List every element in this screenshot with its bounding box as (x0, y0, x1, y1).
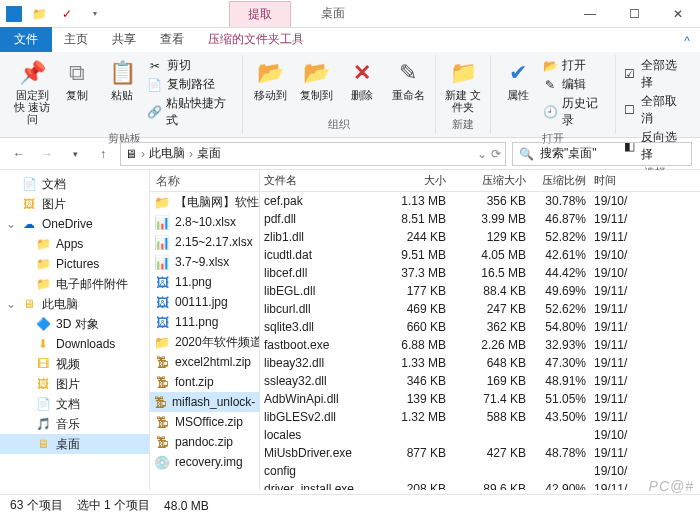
archive-row[interactable]: config19/10/ (260, 462, 700, 480)
nav-item[interactable]: 📄文档 (0, 394, 149, 414)
nav-item[interactable]: 📁Pictures (0, 254, 149, 274)
nav-item[interactable]: ⌄☁OneDrive (0, 214, 149, 234)
search-icon: 🔍 (519, 147, 534, 161)
archive-row[interactable]: libGLESv2.dll1.32 MB588 KB43.50%19/11/ (260, 408, 700, 426)
nav-item[interactable]: 🖼图片 (0, 374, 149, 394)
file-item[interactable]: 🗜MSOffice.zip (150, 412, 259, 432)
file-item[interactable]: 🗜miflash_unlock- (150, 392, 259, 412)
file-item[interactable]: 📁【电脑网】软性 (150, 192, 259, 212)
paste-shortcut-button[interactable]: 🔗粘贴快捷方式 (147, 95, 237, 129)
file-item[interactable]: 📊2.8~10.xlsx (150, 212, 259, 232)
nav-tree[interactable]: 📄文档🖼图片⌄☁OneDrive📁Apps📁Pictures📁电子邮件附件⌄🖥此… (0, 170, 150, 490)
archive-row[interactable]: MiUsbDriver.exe877 KB427 KB48.78%19/11/ (260, 444, 700, 462)
archive-row[interactable]: libcef.dll37.3 MB16.5 MB44.42%19/10/ (260, 264, 700, 282)
archive-row[interactable]: libcurl.dll469 KB247 KB52.62%19/11/ (260, 300, 700, 318)
archive-row[interactable]: ssleay32.dll346 KB169 KB48.91%19/11/ (260, 372, 700, 390)
cut-button[interactable]: ✂剪切 (147, 57, 237, 74)
nav-item[interactable]: 🎞视频 (0, 354, 149, 374)
ribbon-expand-icon[interactable]: ^ (674, 30, 700, 52)
qat-dropdown-icon[interactable]: ▾ (84, 3, 106, 25)
archive-row[interactable]: libeay32.dll1.33 MB648 KB47.30%19/11/ (260, 354, 700, 372)
file-menu[interactable]: 文件 (0, 27, 52, 52)
qat-check-icon[interactable]: ✓ (56, 3, 78, 25)
edit-button[interactable]: ✎编辑 (542, 76, 608, 93)
archive-row[interactable]: libEGL.dll177 KB88.4 KB49.69%19/11/ (260, 282, 700, 300)
column-header-name[interactable]: 名称 (150, 170, 259, 192)
newfolder-button[interactable]: 📁新建 文件夹 (442, 55, 484, 113)
delete-button[interactable]: ✕删除 (341, 55, 383, 101)
archive-row[interactable]: sqlite3.dll660 KB362 KB54.80%19/11/ (260, 318, 700, 336)
arch-col-csize[interactable]: 压缩大小 (450, 170, 530, 191)
file-list[interactable]: 📁【电脑网】软性📊2.8~10.xlsx📊2.15~2.17.xlsx📊3.7~… (150, 192, 259, 472)
archive-row[interactable]: zlib1.dll244 KB129 KB52.82%19/11/ (260, 228, 700, 246)
arch-col-name[interactable]: 文件名 (260, 170, 380, 191)
file-item[interactable]: 📊3.7~9.xlsx (150, 252, 259, 272)
breadcrumb-pc[interactable]: 此电脑 (149, 145, 185, 162)
archive-row[interactable]: AdbWinApi.dll139 KB71.4 KB51.05%19/11/ (260, 390, 700, 408)
nav-item[interactable]: 📄文档 (0, 174, 149, 194)
address-bar[interactable]: 🖥› 此电脑› 桌面 ⌄ ⟳ (120, 142, 506, 166)
status-selection: 选中 1 个项目 (77, 497, 150, 514)
selectnone-button[interactable]: ☐全部取消 (622, 93, 688, 127)
file-item[interactable]: 📁2020年软件频道 (150, 332, 259, 352)
arch-col-time[interactable]: 时间 (590, 170, 630, 191)
copy-button[interactable]: ⧉复制 (57, 55, 98, 101)
tab-home[interactable]: 主页 (52, 27, 100, 52)
archive-row[interactable]: locales19/10/ (260, 426, 700, 444)
history-button[interactable]: 🕘历史记录 (542, 95, 608, 129)
breadcrumb-desktop[interactable]: 桌面 (197, 145, 221, 162)
recent-dropdown[interactable]: ▾ (64, 143, 86, 165)
arch-col-ratio[interactable]: 压缩比例 (530, 170, 590, 191)
back-button[interactable]: ← (8, 143, 30, 165)
moveto-button[interactable]: 📂移动到 (249, 55, 291, 101)
open-button[interactable]: 📂打开 (542, 57, 608, 74)
selectall-button[interactable]: ☑全部选择 (622, 57, 688, 91)
file-item[interactable]: 🖼11.png (150, 272, 259, 292)
file-item[interactable]: 🗜font.zip (150, 372, 259, 392)
tab-share[interactable]: 共享 (100, 27, 148, 52)
nav-item[interactable]: ⬇Downloads (0, 334, 149, 354)
nav-item[interactable]: 📁电子邮件附件 (0, 274, 149, 294)
properties-button[interactable]: ✔属性 (497, 55, 538, 101)
paste-button[interactable]: 📋粘贴 (102, 55, 143, 101)
file-item[interactable]: 🖼111.png (150, 312, 259, 332)
refresh-icon[interactable]: ⟳ (491, 147, 501, 161)
archive-row[interactable]: cef.pak1.13 MB356 KB30.78%19/10/ (260, 192, 700, 210)
tab-archive-tools[interactable]: 压缩的文件夹工具 (196, 27, 316, 52)
status-bar: 63 个项目 选中 1 个项目 48.0 MB (0, 494, 700, 516)
nav-item[interactable]: 🎵音乐 (0, 414, 149, 434)
arch-col-size[interactable]: 大小 (380, 170, 450, 191)
nav-item[interactable]: 🔷3D 对象 (0, 314, 149, 334)
search-placeholder: 搜索"桌面" (540, 145, 597, 162)
copyto-button[interactable]: 📂复制到 (295, 55, 337, 101)
contextual-tab-extract[interactable]: 提取 (229, 1, 291, 27)
file-item[interactable]: 💿recovery.img (150, 452, 259, 472)
rename-button[interactable]: ✎重命名 (387, 55, 429, 101)
maximize-button[interactable]: ☐ (612, 0, 656, 28)
close-button[interactable]: ✕ (656, 0, 700, 28)
copypath-button[interactable]: 📄复制路径 (147, 76, 237, 93)
nav-item[interactable]: 📁Apps (0, 234, 149, 254)
search-input[interactable]: 🔍 搜索"桌面" (512, 142, 692, 166)
forward-button[interactable]: → (36, 143, 58, 165)
archive-row[interactable]: fastboot.exe6.88 MB2.26 MB32.93%19/11/ (260, 336, 700, 354)
file-item[interactable]: 🖼00111.jpg (150, 292, 259, 312)
archive-row[interactable]: driver_install.exe208 KB89.6 KB42.90%19/… (260, 480, 700, 490)
up-button[interactable]: ↑ (92, 143, 114, 165)
nav-item[interactable]: ⌄🖥此电脑 (0, 294, 149, 314)
window-title: 桌面 (321, 5, 345, 22)
archive-row[interactable]: icudtl.dat9.51 MB4.05 MB42.61%19/10/ (260, 246, 700, 264)
tab-view[interactable]: 查看 (148, 27, 196, 52)
file-item[interactable]: 🗜pandoc.zip (150, 432, 259, 452)
file-item[interactable]: 📊2.15~2.17.xlsx (150, 232, 259, 252)
nav-item[interactable]: 🖼图片 (0, 194, 149, 214)
minimize-button[interactable]: — (568, 0, 612, 28)
archive-list[interactable]: cef.pak1.13 MB356 KB30.78%19/10/pdf.dll8… (260, 192, 700, 490)
archive-row[interactable]: pdf.dll8.51 MB3.99 MB46.87%19/11/ (260, 210, 700, 228)
pin-quickaccess-button[interactable]: 📌固定到快 速访问 (12, 55, 53, 125)
watermark: PC@# (649, 478, 694, 494)
file-item[interactable]: 🗜excel2html.zip (150, 352, 259, 372)
addr-dropdown-icon[interactable]: ⌄ (477, 147, 487, 161)
qat-folder-icon[interactable]: 📁 (28, 3, 50, 25)
nav-item[interactable]: 🖥桌面 (0, 434, 149, 454)
